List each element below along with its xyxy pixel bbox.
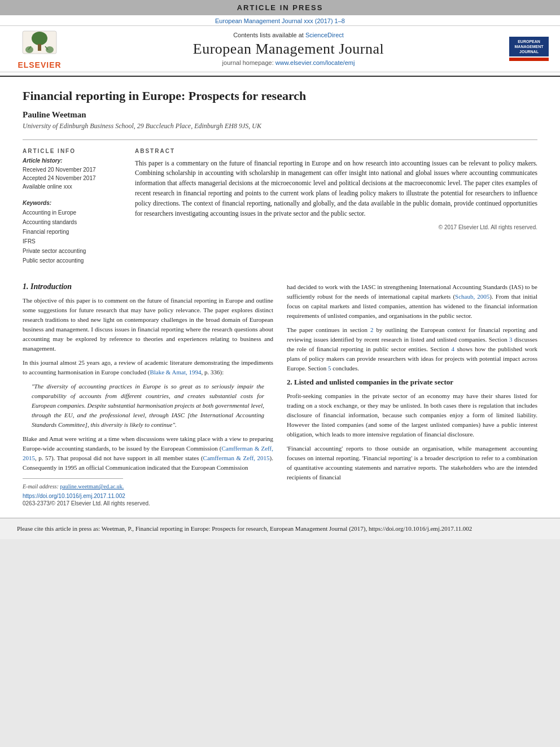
body-para-3: Blake and Amat were writing at a time wh… [23, 434, 273, 473]
ref-section2[interactable]: 2 [370, 326, 374, 333]
article-title: Financial reporting in Europe: Prospects… [23, 88, 537, 104]
article-history: Article history: Received 20 November 20… [23, 158, 121, 191]
journal-homepage: journal homepage: www.elsevier.com/locat… [76, 59, 501, 66]
body-para-1: The objective of this paper is to commen… [23, 296, 273, 353]
ref-section4[interactable]: 4 [452, 346, 455, 352]
abstract-column: ABSTRACT This paper is a commentary on t… [135, 148, 537, 271]
emj-logo-box: EUROPEANMANAGEMENTJOURNAL [504, 37, 554, 61]
body-content: 1. Introduction The objective of this pa… [23, 282, 537, 507]
journal-citation: European Management Journal xxx (2017) 1… [215, 18, 345, 24]
ref-section3[interactable]: 3 [509, 336, 513, 343]
body-left-column: 1. Introduction The objective of this pa… [23, 282, 273, 507]
article-info-column: ARTICLE INFO Article history: Received 2… [23, 148, 121, 271]
keyword-1: Accounting in Europe [23, 208, 121, 217]
abstract-text: This paper is a commentary on the future… [135, 159, 537, 219]
accepted-date: Accepted 24 November 2017 [23, 174, 121, 182]
keyword-4: IFRS [23, 237, 121, 246]
emj-logo-text: EUROPEANMANAGEMENTJOURNAL [511, 39, 546, 54]
right-para-1: had decided to work with the IASC in str… [287, 282, 537, 321]
issn-line: 0263-2373/© 2017 Elsevier Ltd. All right… [23, 500, 273, 506]
email-footnote: E-mail address: pauline.weetman@ed.ac.uk… [23, 482, 273, 491]
elsevier-wordmark: ELSEVIER [18, 60, 61, 69]
contents-label: Contents lists available at [233, 32, 305, 38]
svg-point-5 [25, 46, 33, 53]
svg-rect-2 [38, 44, 41, 51]
author-affiliation: University of Edinburgh Business School,… [23, 122, 537, 130]
keyword-5: Private sector accounting [23, 246, 121, 256]
elsevier-tree-icon [17, 28, 62, 59]
history-label: Article history: [23, 158, 121, 164]
svg-point-6 [46, 46, 54, 53]
available-online: Available online xxx [23, 182, 121, 191]
blockquote-diversity: "The diversity of accounting practices i… [32, 382, 264, 430]
right-para-2: The paper continues in section 2 by outl… [287, 325, 537, 373]
doi-link[interactable]: https://doi.org/10.1016/j.emj.2017.11.00… [23, 493, 273, 499]
emj-red-bar [509, 58, 549, 61]
keywords-label: Keywords: [23, 200, 121, 206]
citation-bar: Please cite this article in press as: We… [0, 518, 560, 539]
keyword-6: Public sector accounting [23, 256, 121, 265]
abstract-heading: ABSTRACT [135, 148, 537, 154]
homepage-link[interactable]: www.elsevier.com/locate/emj [275, 59, 355, 66]
ref-camfferman2[interactable]: Camfferman & Zeff, 2015 [203, 455, 270, 461]
sciencedirect-link[interactable]: ScienceDirect [305, 32, 344, 38]
keywords-section: Keywords: Accounting in Europe Accountin… [23, 200, 121, 265]
keyword-3: Financial reporting [23, 227, 121, 237]
article-in-press-banner: ARTICLE IN PRESS [0, 0, 560, 15]
emj-logo-inner: EUROPEANMANAGEMENTJOURNAL [509, 37, 549, 56]
copyright-line: © 2017 Elsevier Ltd. All rights reserved… [135, 224, 537, 230]
elsevier-logo: ELSEVIER [6, 28, 73, 69]
journal-info-line: European Management Journal xxx (2017) 1… [0, 15, 560, 25]
banner-text: ARTICLE IN PRESS [237, 3, 323, 12]
section1-heading: 1. Introduction [23, 282, 273, 291]
keyword-2: Accounting standards [23, 217, 121, 227]
received-date: Received 20 November 2017 [23, 165, 121, 174]
ref-blake-amat[interactable]: Blake & Amat, 1994 [150, 369, 201, 375]
svg-point-1 [32, 32, 47, 45]
journal-title-center: Contents lists available at ScienceDirec… [73, 29, 504, 68]
ref-schaub[interactable]: Schaub, 2005 [455, 293, 489, 300]
right-para-3: Profit-seeking companies in the private … [287, 391, 537, 439]
author-name: Pauline Weetman [23, 110, 537, 120]
article-info-abstract-grid: ARTICLE INFO Article history: Received 2… [23, 139, 537, 271]
section2-heading: 2. Listed and unlisted companies in the … [287, 378, 537, 387]
page-wrapper: ARTICLE IN PRESS European Management Jou… [0, 0, 560, 539]
journal-main-title: European Management Journal [76, 41, 501, 58]
ref-section5[interactable]: 5 [328, 365, 331, 372]
journal-header-inner: ELSEVIER Contents lists available at Sci… [0, 25, 560, 72]
body-right-column: had decided to work with the IASC in str… [287, 282, 537, 507]
journal-header: ELSEVIER Contents lists available at Sci… [0, 25, 560, 77]
citation-text: Please cite this article in press as: We… [17, 525, 472, 532]
right-para-4: 'Financial accounting' reports to those … [287, 444, 537, 482]
body-para-2: In this journal almost 25 years ago, a r… [23, 358, 273, 377]
email-link[interactable]: pauline.weetman@ed.ac.uk. [60, 483, 124, 490]
homepage-label: journal homepage: [222, 59, 275, 66]
contents-available: Contents lists available at ScienceDirec… [76, 32, 501, 38]
article-info-heading: ARTICLE INFO [23, 148, 121, 154]
footnote-divider [23, 478, 123, 479]
main-content: Financial reporting in Europe: Prospects… [0, 77, 560, 518]
